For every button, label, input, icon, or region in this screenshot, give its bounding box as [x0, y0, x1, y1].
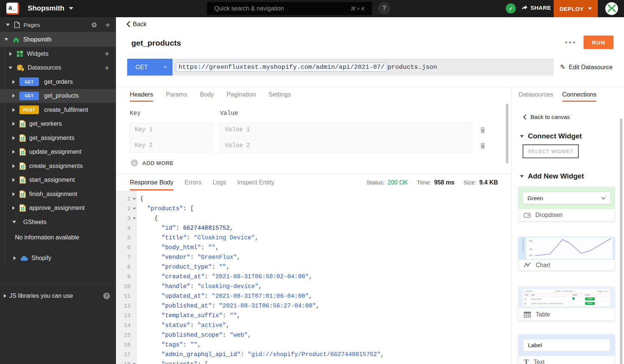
- sidebar-item-shopify[interactable]: Shopify: [0, 251, 116, 266]
- delete-row-button[interactable]: [479, 126, 486, 134]
- caret-down-icon[interactable]: [9, 67, 12, 69]
- deploy-caret-icon[interactable]: [588, 7, 592, 10]
- fold-caret-icon[interactable]: [133, 198, 136, 200]
- share-button[interactable]: SHARE: [521, 4, 551, 11]
- quick-search-input[interactable]: Quick search & navigation ⌘ + K: [207, 2, 372, 15]
- sidebar-item-page-shopsmith[interactable]: Shopsmith: [0, 32, 116, 47]
- js-libraries-section[interactable]: JS libraries you can use ?: [0, 289, 116, 303]
- back-button[interactable]: Back: [126, 21, 147, 28]
- request-scrollbar[interactable]: [506, 104, 508, 163]
- tab-settings[interactable]: Settings: [269, 87, 291, 102]
- caret-down-icon[interactable]: [12, 221, 16, 223]
- sidebar-item-get_products[interactable]: GETget_products: [0, 89, 116, 103]
- caret-right-icon[interactable]: [12, 164, 15, 168]
- widget-card-table[interactable]: ⌕ Search...≡ Filters ⬇ Download ⤢‹ Page …: [519, 287, 615, 321]
- sidebar-item-get_workers[interactable]: get_workers: [0, 117, 116, 131]
- pages-header[interactable]: Pages ⚙ +: [0, 18, 116, 32]
- tab-inspect-entity[interactable]: Inspect Entity: [237, 174, 274, 190]
- caret-right-icon[interactable]: [13, 256, 16, 260]
- line-number: 14: [124, 322, 131, 329]
- caret-right-icon[interactable]: [12, 94, 15, 98]
- caret-down-icon[interactable]: [4, 38, 8, 41]
- tab-response-body[interactable]: Response Body: [130, 174, 174, 190]
- add-datasource-button[interactable]: +: [105, 64, 109, 72]
- sidebar-item-create_fulfilment[interactable]: POSTcreate_fulfilment: [0, 103, 116, 117]
- query-title[interactable]: get_products: [131, 39, 181, 48]
- panel-scrollbar[interactable]: [620, 119, 623, 364]
- widget-card-text[interactable]: LabelTText: [519, 334, 615, 364]
- gear-icon[interactable]: ⚙: [91, 21, 97, 29]
- panel-tab-datasources[interactable]: Datasources: [519, 87, 553, 102]
- caret-right-icon[interactable]: [12, 150, 15, 154]
- add-more-button[interactable]: + ADD MORE: [131, 159, 174, 166]
- back-to-canvas-button[interactable]: Back to canvas: [523, 114, 570, 120]
- add-widget-button[interactable]: +: [105, 50, 109, 58]
- code-line: 11 "updated_at": "2021-08-31T07:01:06-04…: [116, 291, 511, 301]
- tab-logs[interactable]: Logs: [212, 174, 226, 190]
- caret-right-icon[interactable]: [12, 178, 15, 182]
- sidebar-item-finish_assignment[interactable]: finish_assignment: [0, 187, 116, 201]
- http-method-select[interactable]: GET: [127, 59, 172, 76]
- add-page-button[interactable]: +: [105, 21, 110, 29]
- select-widget-button[interactable]: SELECT WIDGET: [523, 144, 579, 158]
- sidebar-item-get_orders[interactable]: GETget_orders: [0, 75, 116, 89]
- tab-pagination[interactable]: Pagination: [227, 87, 256, 102]
- deploy-button[interactable]: DEPLOY: [554, 0, 598, 17]
- line-number: 5: [127, 235, 131, 241]
- sidebar-item-create_assignments[interactable]: create_assignments: [0, 159, 116, 173]
- sidebar-item-update_assignment[interactable]: update_assignment: [0, 145, 116, 159]
- widget-preview-table: ⌕ Search...≡ Filters ⬇ Download ⤢‹ Page …: [519, 287, 615, 308]
- run-button[interactable]: RUN: [584, 36, 614, 49]
- code-line: 5 "title": "Cloaking Device",: [116, 233, 511, 243]
- caret-right-icon[interactable]: [12, 136, 15, 140]
- widget-card-chart[interactable]: Total Order Revenue50K20K10KChart: [519, 237, 615, 270]
- key-column-header: Key: [130, 110, 141, 117]
- url-input[interactable]: https://greenfluxtest.myshopify.com/admi…: [172, 59, 554, 76]
- response-body-viewer[interactable]: 1{2 "products": [3 {4 "id": 662744881575…: [116, 191, 511, 364]
- fold-caret-icon[interactable]: [133, 208, 136, 210]
- size-value: 9.4 KB: [479, 179, 498, 186]
- tab-errors[interactable]: Errors: [185, 174, 202, 190]
- panel-tab-connections[interactable]: Connections: [562, 87, 597, 102]
- app-name: Shopsmith: [28, 4, 64, 12]
- sidebar-item-approve_assignment[interactable]: approve_assignment: [0, 201, 116, 215]
- code-line: 8 "product_type": "",: [116, 262, 511, 272]
- question-icon[interactable]: ?: [103, 293, 110, 299]
- caret-right-icon[interactable]: [12, 122, 15, 126]
- caret-right-icon[interactable]: [12, 206, 15, 210]
- caret-right-icon[interactable]: [4, 294, 6, 298]
- connect-widget-section[interactable]: Connect Widget: [520, 132, 582, 140]
- caret-right-icon[interactable]: [12, 108, 15, 112]
- caret-down-icon[interactable]: [6, 24, 10, 26]
- edit-datasource-button[interactable]: ✎ Edit Datasource: [560, 59, 613, 76]
- header-key-input[interactable]: Key 1: [130, 123, 212, 137]
- tab-body[interactable]: Body: [200, 87, 214, 102]
- add-new-widget-section[interactable]: Add New Widget: [520, 172, 584, 180]
- sidebar-item-start_assignment[interactable]: start_assignment: [0, 173, 116, 187]
- preview-table: ⌕ Search...≡ Filters ⬇ Download ⤢‹ Page …: [523, 289, 610, 306]
- sidebar-item-datasources[interactable]: Datasources +: [0, 61, 116, 75]
- line-number: 1: [127, 196, 131, 202]
- caret-right-icon[interactable]: [12, 80, 15, 84]
- header-value-input[interactable]: Value 2: [220, 138, 472, 153]
- user-avatar[interactable]: [605, 2, 618, 15]
- tab-params[interactable]: Params: [166, 87, 187, 102]
- widget-card-dropdown[interactable]: GreenDropdown: [519, 187, 615, 221]
- sidebar-item-gsheets-group[interactable]: GSheets: [0, 215, 116, 229]
- sidebar-item-widgets[interactable]: Widgets +: [0, 47, 116, 61]
- fold-caret-icon[interactable]: [133, 217, 136, 220]
- help-icon[interactable]: ?: [378, 2, 391, 15]
- response-meta: Status: 200 OK Time: 958 ms Size: 9.4 KB: [367, 174, 511, 190]
- value-column-header: Value: [220, 110, 238, 117]
- sidebar-item-get_assignments[interactable]: get_assignments: [0, 131, 116, 145]
- delete-row-button[interactable]: [479, 142, 486, 149]
- header-value-input[interactable]: Value 1: [220, 123, 472, 137]
- header-key-input[interactable]: Key 2: [130, 138, 212, 153]
- line-number: 11: [124, 293, 131, 300]
- more-actions-icon[interactable]: •••: [565, 38, 577, 46]
- caret-right-icon[interactable]: [9, 52, 12, 56]
- tab-headers[interactable]: Headers: [130, 87, 153, 102]
- appsmith-logo-icon[interactable]: a_: [6, 3, 19, 15]
- caret-right-icon[interactable]: [12, 192, 15, 196]
- app-name-menu[interactable]: Shopsmith: [28, 4, 73, 12]
